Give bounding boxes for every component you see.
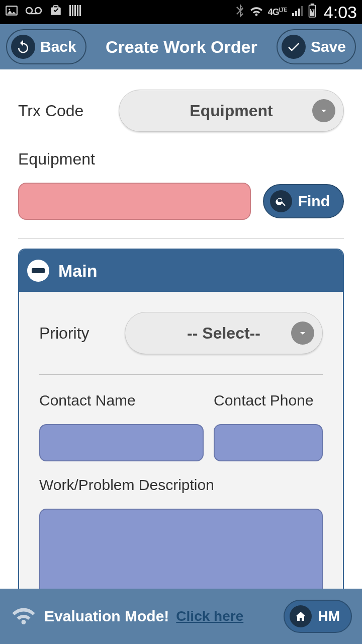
back-button-label: Back [40,38,76,55]
barcode-icon [69,4,84,21]
svg-point-3 [35,8,41,14]
priority-value: -- Select-- [187,324,260,343]
search-icon [270,190,292,212]
contact-name-input[interactable] [39,424,204,461]
priority-label: Priority [39,324,125,343]
battery-icon [308,4,317,21]
contact-phone-label: Contact Phone [214,392,323,409]
app-header: Back Create Work Order Save [0,24,362,69]
equipment-input[interactable] [18,183,251,220]
description-label: Work/Problem Description [39,476,323,494]
save-button[interactable]: Save [277,29,356,64]
home-icon [290,605,312,627]
collapse-icon [27,260,49,282]
trx-code-dropdown[interactable]: Equipment [119,90,344,132]
svg-point-2 [26,8,32,14]
find-button[interactable]: Find [263,184,344,218]
svg-rect-7 [74,5,76,16]
store-icon [49,4,62,21]
svg-rect-8 [77,5,78,16]
check-icon [282,35,306,59]
trx-code-value: Equipment [190,102,273,120]
save-button-label: Save [311,38,346,55]
android-status-bar: 4GLTE 4:03 [0,0,362,24]
svg-rect-9 [79,5,81,16]
back-button[interactable]: Back [6,29,86,64]
svg-point-1 [9,9,10,10]
form-content: Trx Code Equipment Equipment Find Main [0,69,362,610]
divider [18,238,344,238]
bluetooth-icon [235,4,245,21]
contact-name-label: Contact Name [39,392,204,409]
wifi-icon [249,4,264,21]
home-button-label: HM [318,608,340,624]
voicemail-icon [25,5,42,20]
click-here-link[interactable]: Click here [176,608,243,624]
wifi-icon [10,602,37,631]
page-title: Create Work Order [90,37,273,57]
home-button[interactable]: HM [284,600,352,633]
evaluation-mode-text: Evaluation Mode! [44,608,169,625]
back-icon [11,35,35,59]
svg-rect-6 [72,5,73,16]
contact-phone-input[interactable] [214,424,323,461]
main-panel-title: Main [58,261,97,281]
signal-icon [291,4,304,21]
divider [39,374,323,375]
clock-time: 4:03 [324,3,357,22]
gallery-icon [5,4,18,21]
svg-rect-5 [69,5,71,16]
main-panel-header[interactable]: Main [19,250,343,292]
bottom-bar: Evaluation Mode! Click here HM [0,589,362,644]
network-type: 4GLTE [268,7,287,18]
chevron-down-icon [312,99,335,122]
equipment-label: Equipment [18,150,344,169]
trx-code-label: Trx Code [18,102,119,120]
find-button-label: Find [298,193,330,210]
svg-rect-11 [311,4,314,5]
priority-dropdown[interactable]: -- Select-- [125,312,323,354]
chevron-down-icon [291,321,314,345]
main-panel: Main Priority -- Select-- Contact Name [18,249,344,610]
